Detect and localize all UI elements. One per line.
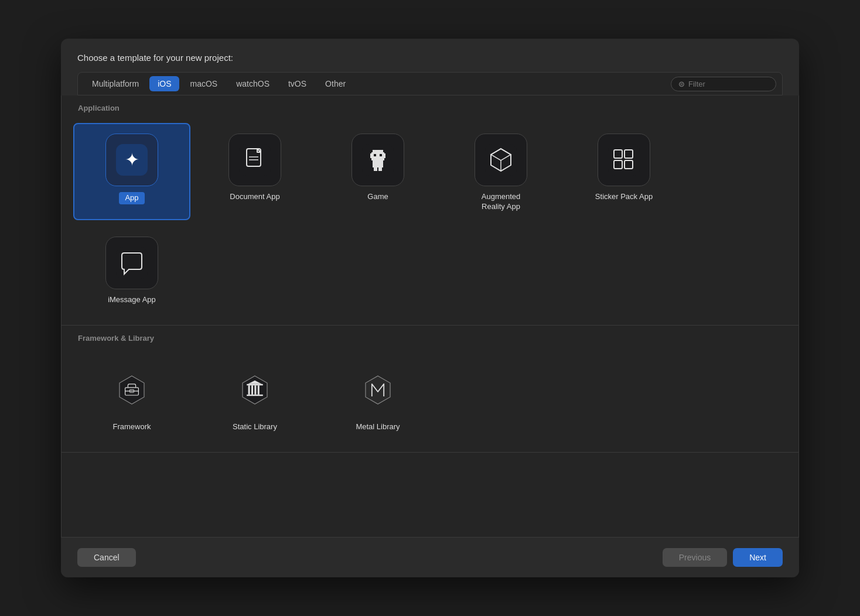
template-item-app[interactable]: ✦ App <box>73 123 190 220</box>
svg-rect-35 <box>254 385 256 395</box>
svg-rect-15 <box>378 167 382 171</box>
template-item-ar-app[interactable]: AugmentedReality App <box>442 123 559 220</box>
app-icon: ✦ <box>116 144 148 176</box>
filter-icon: ⊜ <box>678 80 685 88</box>
svg-text:✦: ✦ <box>125 150 139 169</box>
filter-input[interactable] <box>688 80 759 88</box>
template-item-metal-library[interactable]: Metal Library <box>319 353 436 440</box>
svg-marker-38 <box>366 376 390 404</box>
svg-rect-13 <box>383 153 385 158</box>
sticker-pack-label: Sticker Pack App <box>595 192 653 202</box>
svg-rect-12 <box>370 153 373 158</box>
sticker-pack-icon-wrapper <box>598 134 650 186</box>
application-items-grid: ✦ App <box>62 117 798 325</box>
svg-rect-10 <box>380 154 382 156</box>
framework-icon <box>116 374 148 406</box>
svg-rect-11 <box>373 160 383 167</box>
content-area: Application ✦ App <box>61 95 799 538</box>
svg-rect-32 <box>247 384 263 385</box>
template-item-static-library[interactable]: Static Library <box>196 353 313 440</box>
metal-library-label: Metal Library <box>356 422 400 432</box>
sticker-pack-icon <box>608 144 640 176</box>
imessage-icon-wrapper <box>105 237 158 289</box>
filter-box: ⊜ <box>671 77 776 91</box>
app-label: App <box>119 192 144 204</box>
ar-app-icon <box>485 144 517 176</box>
imessage-label: iMessage App <box>108 295 156 305</box>
application-section: Application ✦ App <box>62 95 798 326</box>
ar-app-icon-wrapper <box>475 134 527 186</box>
metal-library-icon-wrapper <box>351 364 404 416</box>
tabs-bar: Multiplatform iOS macOS watchOS tvOS Oth… <box>77 72 783 95</box>
svg-rect-34 <box>251 385 253 395</box>
tab-watchos[interactable]: watchOS <box>228 76 278 91</box>
template-item-framework[interactable]: Framework <box>73 353 190 440</box>
cancel-button[interactable]: Cancel <box>77 548 136 567</box>
next-button[interactable]: Next <box>733 548 783 567</box>
tab-multiplatform[interactable]: Multiplatform <box>84 76 147 91</box>
game-icon <box>362 144 394 176</box>
framework-icon-wrapper <box>105 364 158 416</box>
svg-rect-33 <box>248 385 250 395</box>
static-library-icon <box>239 374 271 406</box>
project-template-dialog: Choose a template for your new project: … <box>61 39 799 577</box>
tab-other[interactable]: Other <box>317 76 354 91</box>
svg-rect-31 <box>247 394 263 395</box>
footer-right: Previous Next <box>663 548 783 567</box>
tab-macos[interactable]: macOS <box>182 76 226 91</box>
application-section-title: Application <box>62 95 798 117</box>
dialog-header: Choose a template for your new project: … <box>61 39 799 95</box>
tab-ios[interactable]: iOS <box>149 76 179 91</box>
previous-button[interactable]: Previous <box>663 548 727 567</box>
static-library-icon-wrapper <box>228 364 281 416</box>
svg-rect-9 <box>374 154 376 156</box>
ar-app-label: AugmentedReality App <box>482 192 521 212</box>
document-app-icon <box>239 144 271 176</box>
app-icon-wrapper: ✦ <box>105 134 158 186</box>
framework-library-section-title: Framework & Library <box>62 326 798 347</box>
metal-library-icon <box>362 374 394 406</box>
framework-items-grid: Framework <box>62 347 798 452</box>
framework-label: Framework <box>112 422 151 432</box>
static-library-label: Static Library <box>233 422 277 432</box>
svg-rect-8 <box>371 152 384 160</box>
tab-tvos[interactable]: tvOS <box>280 76 315 91</box>
svg-rect-14 <box>374 167 377 171</box>
svg-rect-36 <box>258 385 260 395</box>
template-item-sticker-pack[interactable]: Sticker Pack App <box>565 123 682 220</box>
game-label: Game <box>367 192 388 202</box>
framework-library-section: Framework & Library <box>62 326 798 453</box>
svg-rect-25 <box>116 247 148 279</box>
document-app-icon-wrapper <box>228 134 281 186</box>
template-item-imessage[interactable]: iMessage App <box>73 226 190 313</box>
dialog-footer: Cancel Previous Next <box>61 538 799 577</box>
dialog-title: Choose a template for your new project: <box>77 53 783 63</box>
game-icon-wrapper <box>351 134 404 186</box>
svg-rect-7 <box>373 150 383 152</box>
imessage-icon <box>116 247 148 279</box>
template-item-document-app[interactable]: Document App <box>196 123 313 220</box>
svg-rect-20 <box>608 144 640 176</box>
template-item-game[interactable]: Game <box>319 123 436 220</box>
document-app-label: Document App <box>230 192 279 202</box>
svg-marker-26 <box>120 376 144 404</box>
